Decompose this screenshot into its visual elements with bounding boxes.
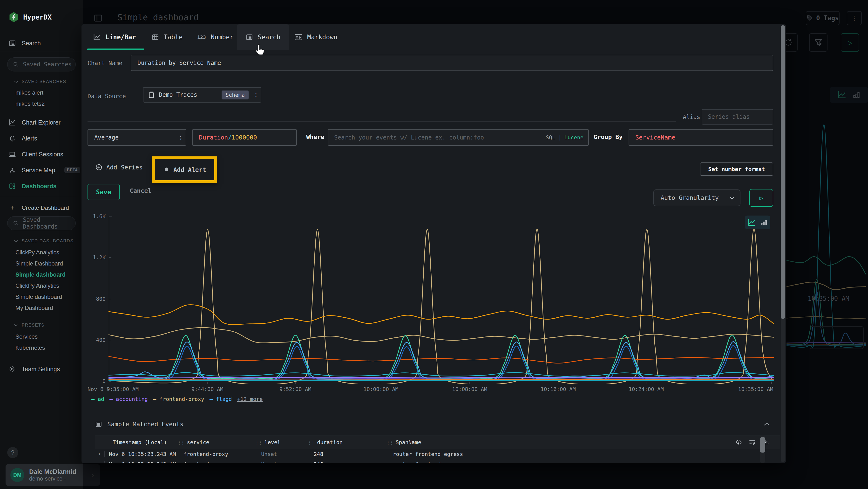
sidebar-item-dashboards[interactable]: Dashboards [0, 179, 83, 193]
table-scrollbar-thumb[interactable] [760, 437, 765, 453]
sidebar-item-team-settings[interactable]: Team Settings [0, 362, 83, 376]
saved-dashboards-input[interactable]: Saved Dashboards [7, 216, 76, 230]
column-header[interactable]: ⋮⋮service [177, 439, 255, 445]
drag-handle-icon[interactable]: ⋮⋮ [177, 440, 184, 445]
column-header[interactable]: ⋮⋮duration [307, 439, 386, 445]
saved-dashboard-item[interactable]: ClickPy Analytics [16, 282, 59, 289]
legend-label[interactable]: accounting [116, 396, 148, 402]
table-icon [152, 33, 159, 41]
divider [88, 121, 676, 122]
sidebar-item-label: Search [22, 40, 41, 47]
drag-handle-icon[interactable]: ⋮⋮ [386, 440, 393, 445]
divider [0, 196, 83, 196]
collapse-section-icon[interactable] [764, 422, 770, 426]
legend-dash: — [110, 396, 113, 402]
search-icon [13, 220, 19, 226]
user-org: demo-service - [29, 476, 76, 482]
legend-label[interactable]: ad [98, 396, 104, 402]
duration-by-service-chart[interactable] [108, 215, 774, 384]
tab-markdown[interactable]: Markdown [294, 24, 337, 50]
legend-more-button[interactable]: +12 more [237, 396, 263, 402]
select-chevrons-icon: ▴▾ [255, 92, 257, 98]
legend-label[interactable]: flagd [216, 396, 232, 402]
drag-handle-icon[interactable]: ⋮⋮ [255, 440, 261, 445]
data-source-select[interactable]: Demo Traces Schema ▴▾ [143, 87, 261, 103]
search-list-icon [246, 33, 253, 41]
code-icon[interactable] [736, 439, 742, 445]
chart-name-input[interactable]: Duration by Service Name [131, 55, 773, 71]
column-header[interactable]: ⋮⋮level [255, 439, 307, 445]
column-header[interactable]: ⋮⋮SpanName [386, 439, 736, 445]
group-by-input[interactable]: ServiceName [628, 129, 773, 146]
hyperdx-logo-icon [9, 11, 19, 23]
column-header[interactable]: Timestamp (Local) [95, 439, 177, 445]
saved-dashboard-item[interactable]: ClickPy Analytics [16, 249, 59, 256]
tab-number[interactable]: 123 Number [197, 24, 234, 50]
line-chart-icon [93, 33, 101, 41]
saved-search-item[interactable]: mikes alert [16, 89, 43, 96]
field-expression-input[interactable]: Duration/1000000 [192, 129, 297, 146]
set-number-format-button[interactable]: Set number format [700, 163, 773, 176]
saved-search-item[interactable]: mikes tets2 [16, 100, 44, 107]
saved-searches-input[interactable]: Saved Searches [7, 57, 76, 71]
presets-heading[interactable]: PRESETS [14, 323, 44, 328]
saved-dashboard-item[interactable]: My Dashboard [16, 305, 53, 311]
user-name: Dale McDiarmid [29, 468, 76, 476]
operator-token: / [228, 134, 231, 141]
y-tick: 1.6K [86, 213, 105, 220]
series-alias-input[interactable]: Series alias [702, 109, 773, 124]
saved-dashboards-heading[interactable]: SAVED DASHBOARDS [14, 238, 73, 243]
beta-badge: BETA [64, 167, 80, 173]
plus-icon: + [9, 204, 16, 212]
granularity-select[interactable]: Auto Granularity [653, 190, 740, 206]
where-search-input[interactable]: Search your events w/ Lucene ex. column:… [328, 129, 589, 146]
markdown-icon [294, 34, 302, 40]
lucene-toggle[interactable]: Lucene [564, 135, 584, 141]
y-tick: 0 [86, 378, 105, 384]
saved-dashboard-item-active[interactable]: Simple dashboard [16, 271, 66, 278]
legend-dash: — [91, 396, 94, 402]
expand-row-icon[interactable]: › [98, 451, 101, 457]
save-button[interactable]: Save [88, 184, 120, 200]
dashboards-icon [9, 183, 16, 190]
legend-label[interactable]: frontend-proxy [159, 396, 204, 402]
sample-events-header[interactable]: Sample Matched Events [95, 421, 184, 428]
saved-dashboard-item[interactable]: Simple Dashboard [16, 260, 63, 267]
saved-dashboard-item[interactable]: Simple dashboard [16, 293, 62, 300]
event-row[interactable]: › Nov 6 10:35:23.243 AM frontend-proxy U… [95, 449, 780, 459]
plus-circle-icon [95, 164, 102, 171]
service-map-icon [9, 167, 16, 174]
chevron-down-icon [14, 240, 18, 242]
tab-table[interactable]: Table [152, 24, 183, 50]
create-dashboard-button[interactable]: + Create Dashboard [0, 201, 83, 215]
saved-searches-placeholder: Saved Searches [23, 61, 72, 68]
help-button[interactable]: ? [7, 447, 18, 458]
sidebar-item-chart-explorer[interactable]: Chart Explorer [0, 115, 83, 130]
add-alert-highlight-box: Add Alert [152, 156, 217, 183]
select-chevrons-icon: ▴▾ [180, 135, 182, 141]
sidebar-item-search[interactable]: Search [0, 36, 83, 50]
aggregation-select[interactable]: Average ▴▾ [88, 129, 186, 146]
brand[interactable]: HyperDX [9, 11, 52, 23]
saved-dashboards-placeholder: Saved Dashboards [23, 217, 75, 230]
modal-scrollbar-thumb[interactable] [781, 25, 785, 319]
preset-item[interactable]: Services [16, 333, 38, 340]
sidebar-item-service-map[interactable]: Service Map BETA [0, 163, 83, 177]
add-series-button[interactable]: Add Series [95, 164, 143, 171]
sql-toggle[interactable]: SQL [546, 135, 556, 141]
sidebar-item-client-sessions[interactable]: Client Sessions [0, 147, 83, 161]
expand-row-icon[interactable]: › [98, 461, 101, 463]
sidebar-item-alerts[interactable]: Alerts [0, 131, 83, 145]
drag-handle-icon[interactable]: ⋮⋮ [307, 440, 314, 445]
schema-badge[interactable]: Schema [222, 90, 248, 99]
run-chart-button[interactable]: ▷ [749, 189, 773, 207]
wrap-text-icon[interactable] [749, 439, 755, 445]
active-tab-underline [87, 49, 144, 50]
add-alert-button[interactable]: Add Alert [163, 166, 206, 173]
x-tick: 10:16:00 AM [540, 386, 576, 392]
cancel-button[interactable]: Cancel [130, 187, 151, 194]
tab-line-bar[interactable]: Line/Bar [93, 24, 136, 50]
event-row-clipped[interactable]: › Nov 6 10:35:23.243 AM frontend-proxy U… [95, 459, 780, 463]
saved-searches-heading[interactable]: SAVED SEARCHES [14, 79, 66, 84]
preset-item[interactable]: Kubernetes [16, 344, 45, 351]
